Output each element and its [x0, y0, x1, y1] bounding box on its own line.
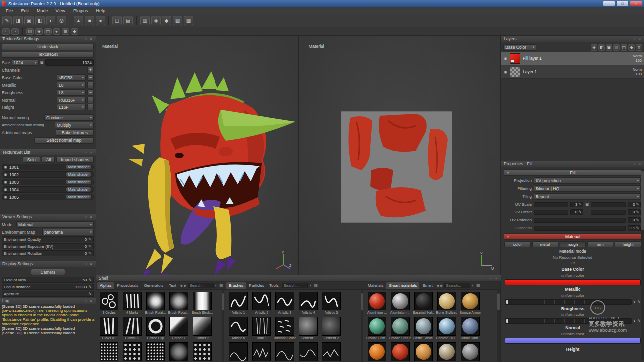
visibility-icon[interactable]: ◉ [4, 172, 7, 177]
textureset-list-header[interactable]: TextureSet List ▫ × [0, 149, 96, 155]
uv-texture-canvas[interactable] [341, 111, 452, 223]
shelf-item[interactable]: Artistic 1 [228, 292, 248, 314]
add-mask-icon[interactable]: ◫ [621, 44, 627, 51]
channel-format-dropdown[interactable]: L16F▾ [57, 104, 86, 110]
shelf-item[interactable]: Basmati Brush [275, 317, 295, 340]
size-value-field[interactable]: 1024 [45, 59, 94, 66]
close-panel-icon[interactable]: × [90, 37, 93, 41]
remove-channel-button[interactable]: − [87, 74, 94, 81]
lock-ratio-icon[interactable]: ▣ [40, 60, 44, 65]
shelf-item[interactable]: Cobalt Dam... [460, 317, 480, 340]
remove-channel-button[interactable]: − [87, 97, 94, 103]
tab-smart[interactable]: Smart [420, 282, 435, 289]
close-panel-icon[interactable]: × [90, 215, 93, 219]
projection-dropdown[interactable]: UV projection▾ [534, 177, 641, 184]
shelf-item[interactable]: Corner 1 [169, 317, 189, 340]
channel-format-dropdown[interactable]: RGB16F▾ [57, 97, 86, 103]
main-shader-button[interactable]: Main shader [65, 179, 92, 185]
shelf-item[interactable] [252, 342, 271, 361]
shelf-item[interactable] [390, 342, 410, 361]
close-panel-icon[interactable]: × [495, 276, 498, 281]
shelf-item[interactable] [322, 342, 341, 361]
blend-mode[interactable]: Norm [633, 67, 642, 72]
scrollbar[interactable] [361, 290, 363, 362]
textureset-settings-header[interactable]: TextureSet Settings ▫ × [0, 36, 96, 42]
shelf-item[interactable] [414, 342, 433, 361]
tab-textures[interactable]: Text [166, 282, 179, 289]
uv-offset-y-field[interactable]: 0✎ [628, 209, 641, 215]
channel-nrm-button[interactable]: nrm [587, 241, 613, 247]
camera-tab[interactable]: Camera [31, 269, 65, 275]
alphas-search-input[interactable] [188, 283, 214, 288]
shelf-item[interactable]: Artistic 3 [275, 292, 295, 314]
close-panel-icon[interactable]: × [638, 37, 642, 41]
clear-search-icon[interactable]: × [471, 283, 475, 288]
remove-channel-button[interactable]: − [87, 104, 94, 110]
textureset-button[interactable]: TextureSet [2, 52, 94, 58]
minimize-button[interactable]: – [603, 1, 615, 6]
environment-exposure-field[interactable]: Environment Exposure (EV) 0 ✎ [2, 243, 94, 249]
tab-tools[interactable]: Tools [267, 282, 281, 289]
uv-scale-x-field[interactable]: 3✎ [570, 202, 583, 207]
close-button[interactable]: × [630, 1, 642, 6]
channel-color-button[interactable]: color [504, 241, 531, 247]
add-group-icon[interactable]: ▤ [613, 44, 620, 51]
undock-icon[interactable]: ▫ [85, 150, 88, 155]
shelf-item[interactable]: Brush Strok... [192, 292, 212, 314]
shelf-item[interactable]: Aluminium ... [367, 292, 387, 314]
shelf-item[interactable]: Claws 02 [122, 317, 142, 340]
add-paint-layer-icon[interactable]: ▣ [606, 44, 612, 51]
environment-rotation-field[interactable]: Environment Rotation 0 ✎ [2, 250, 94, 256]
textureset-item-1002[interactable]: ◉ 1002 Main shader [2, 171, 94, 178]
shelf-item[interactable]: Artistic 5 [322, 292, 341, 314]
channel-rough-button[interactable]: rough [560, 241, 586, 247]
shelf-item[interactable]: Coffee Cup [146, 317, 165, 340]
log-header[interactable]: Log ▫ × [0, 298, 96, 304]
shelf-item[interactable] [298, 342, 318, 361]
history-forward-icon[interactable]: › [11, 28, 19, 35]
menu-help[interactable]: Help [92, 8, 109, 13]
uv-rotation-field[interactable]: 0✎ [628, 217, 641, 223]
add-effect-icon[interactable]: ◈ [591, 44, 597, 51]
shelf-item[interactable]: Artistic 4 [298, 292, 318, 314]
uv-offset-x-field[interactable]: 0✎ [570, 209, 583, 215]
maximize-button[interactable]: □ [616, 1, 629, 6]
viewer-settings-header[interactable]: Viewer Settings ▫ × [0, 214, 96, 220]
uv-offset-slider-y[interactable] [591, 210, 626, 215]
tab-smart-materials[interactable]: Smart materials [386, 282, 419, 289]
select-normal-map-button[interactable]: Select normal map [34, 137, 94, 144]
import-shaders-button[interactable]: Import shaders [56, 157, 94, 163]
shelf-item[interactable]: Artistic 6 [228, 317, 248, 340]
visibility-icon[interactable]: ◉ [4, 187, 7, 192]
layout-2d-icon[interactable]: ◈ [151, 16, 161, 25]
paint-tool-icon[interactable]: ✎ [2, 16, 12, 25]
smudge-tool-icon[interactable]: ◐ [46, 16, 55, 25]
menu-view[interactable]: View [52, 8, 69, 13]
main-shader-button[interactable]: Main shader [65, 164, 92, 170]
shelf-item[interactable] [460, 342, 480, 361]
shelf-item[interactable]: Castle_Walls... [414, 317, 433, 340]
visibility-icon[interactable]: ◉ [4, 180, 7, 184]
object-fill-icon[interactable]: ● [96, 16, 105, 25]
materials-search-input[interactable] [444, 283, 470, 288]
environment-map-dropdown[interactable]: panorama▾ [42, 229, 94, 235]
shelf-item[interactable]: Aluminium ... [390, 292, 410, 314]
filtering-dropdown[interactable]: Bilinear | HQ▾ [534, 185, 641, 192]
shelf-item[interactable]: Cement 2 [322, 317, 341, 340]
shelf-item[interactable]: Brush Rotat... [146, 292, 165, 314]
all-button[interactable]: All [42, 157, 55, 163]
add-channel-button[interactable]: + [87, 67, 94, 73]
shelf-item[interactable] [169, 342, 189, 361]
history-back-icon[interactable]: ‹ [2, 28, 10, 35]
channel-height-button[interactable]: height [615, 241, 641, 247]
scrollbar[interactable] [222, 290, 224, 362]
stencil-icon[interactable]: ▤ [123, 16, 133, 25]
add-smart-material-icon[interactable]: ◆ [628, 44, 635, 51]
properties-scrollbar[interactable] [641, 169, 644, 360]
blend-mode[interactable]: Norm [633, 54, 642, 58]
grid-view-icon[interactable]: ▦ [475, 283, 481, 288]
menu-plugins[interactable]: Plugins [69, 8, 92, 13]
shelf-item[interactable]: Brush Rotat... [169, 292, 189, 314]
shelf-item[interactable] [228, 342, 248, 361]
channel-metal-button[interactable]: metal [532, 241, 558, 247]
